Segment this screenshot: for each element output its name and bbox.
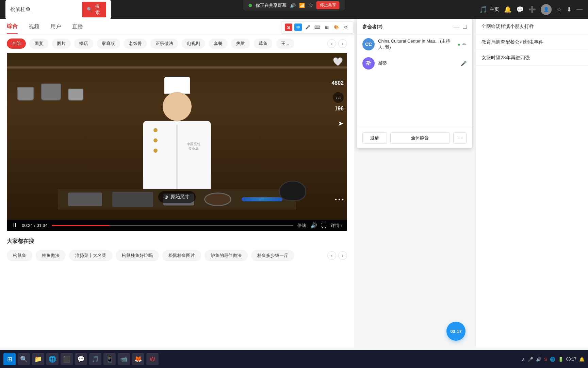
filter-tag-热量[interactable]: 热量 [231, 39, 250, 49]
filter-tag-国宴[interactable]: 国宴 [29, 39, 48, 49]
sogou-table-icon[interactable]: ▦ [323, 24, 330, 31]
taskbar-notification-icon[interactable]: 🔔 [579, 357, 585, 362]
participant-item-cc: CC China Cultural Center in Mau... (主持人,… [357, 35, 472, 54]
taskbar-speaker-icon[interactable]: 🔊 [536, 357, 541, 362]
participant-avatar-斯蒂: 斯 [362, 57, 375, 70]
pause-button[interactable]: ⏸ [12, 222, 18, 229]
tab-视频[interactable]: 视频 [29, 23, 39, 34]
minimize-panel-button[interactable]: — [453, 23, 459, 30]
sogou-mic-icon[interactable]: 🎤 [304, 24, 311, 31]
tab-直播[interactable]: 直播 [72, 23, 83, 34]
mute-all-button[interactable]: 全体静音 [390, 132, 450, 144]
progress-bar[interactable] [52, 225, 293, 226]
more-panel-options-button[interactable]: ··· [453, 132, 467, 144]
chat-icon[interactable]: 💬 [516, 6, 524, 13]
edge-browser-icon[interactable]: 🌐 [46, 353, 59, 365]
taskbar-time: 03:17 [566, 357, 576, 362]
filter-tag-正宗做法[interactable]: 正宗做法 [150, 39, 178, 49]
user-avatar[interactable]: 👤 [541, 4, 552, 15]
participant-cc-pencil-icon[interactable]: ✏ [462, 42, 467, 47]
popular-tag-松鼠桂鱼好吃吗[interactable]: 松鼠桂鱼好吃吗 [116, 250, 159, 261]
detail-button[interactable]: 详情 › [331, 223, 342, 229]
more-actions-button[interactable]: • • • [335, 197, 344, 203]
download-icon[interactable]: ⬇ [567, 6, 572, 13]
tab-用户[interactable]: 用户 [50, 23, 61, 34]
popular-tag-淮扬菜[interactable]: 淮扬菜十大名菜 [69, 250, 112, 261]
popular-next-button[interactable]: › [338, 251, 347, 260]
start-button[interactable]: ⊞ [3, 353, 16, 365]
popular-nav-controls: ‹ › [327, 251, 347, 260]
chinese-input-indicator[interactable]: 中 [294, 24, 302, 31]
filter-next-button[interactable]: › [338, 39, 347, 48]
speed-button[interactable]: 倍速 [297, 223, 306, 229]
popular-tag-桂鱼做法[interactable]: 桂鱼做法 [36, 250, 66, 261]
tiktok-taskbar-icon[interactable]: 🎵 [89, 353, 101, 365]
popular-tag-松鼠桂鱼图片[interactable]: 松鼠桂鱼图片 [162, 250, 201, 261]
search-input[interactable] [10, 6, 79, 12]
restore-panel-button[interactable]: □ [463, 23, 467, 30]
sogou-keyboard-icon[interactable]: ⌨ [313, 24, 321, 31]
home-button[interactable]: 🎵 主页 [479, 5, 499, 14]
search-button[interactable]: 🔍 搜索 [82, 2, 106, 17]
firefox-icon[interactable]: 🦊 [132, 353, 144, 365]
invite-button[interactable]: 邀请 [362, 132, 387, 144]
tab-综合[interactable]: 综合 [7, 23, 18, 34]
taskbar-up-icon[interactable]: ∧ [522, 357, 525, 362]
popular-tag-鲈鱼做法[interactable]: 鲈鱼的最佳做法 [205, 250, 248, 261]
participant-cc-icons: ● ✏ [458, 42, 467, 47]
chef-figure: 中国烹饪专业版 [143, 77, 211, 199]
minimize-icon[interactable]: — [576, 6, 583, 13]
filter-tag-老饭骨[interactable]: 老饭骨 [124, 39, 147, 49]
more-options-overlay-button[interactable]: ··· [333, 92, 344, 103]
filter-tag-王...[interactable]: 王... [276, 39, 294, 49]
filter-tag-电视剧[interactable]: 电视剧 [182, 39, 205, 49]
news-item-1[interactable]: 全网给汤样溅小朋友打样 [476, 19, 588, 34]
filter-tag-套餐[interactable]: 套餐 [209, 39, 228, 49]
sogou-tools-icon[interactable]: ⚙ [342, 24, 349, 31]
popular-prev-button[interactable]: ‹ [327, 251, 336, 260]
popular-tags-container: 松鼠鱼 桂鱼做法 淮扬菜十大名菜 松鼠桂鱼好吃吗 松鼠桂鱼图片 鲈鱼的最佳做法 … [7, 250, 347, 261]
original-size-button[interactable]: ⊕ 原始尺寸 [158, 191, 196, 203]
wechat2-icon[interactable]: 📱 [103, 353, 116, 365]
volume-button[interactable]: 🔊 [310, 222, 317, 229]
popular-tag-松鼠鱼[interactable]: 松鼠鱼 [7, 250, 32, 261]
participant-cc-green-dot: ● [458, 42, 460, 47]
timer-bubble[interactable]: 03:17 [446, 322, 466, 341]
taskbar-network-icon[interactable]: 🌐 [550, 357, 555, 362]
terminal-icon[interactable]: ⬛ [61, 353, 73, 365]
news-item-2[interactable]: 教育局调查配餐公司蛆虫事件 [476, 34, 588, 50]
filter-prev-button[interactable]: ‹ [327, 39, 336, 48]
heart-button[interactable]: 🤍 [333, 57, 343, 66]
video-container: 中国烹饪专业版 🤍 4802 ··· 196 ➤ • [7, 53, 347, 231]
taskbar-mic-icon[interactable]: 🎤 [528, 357, 533, 362]
video-frame[interactable]: 中国烹饪专业版 🤍 4802 ··· 196 ➤ • [7, 53, 347, 220]
shield-icon: 🛡 [308, 3, 313, 8]
star-icon[interactable]: ☆ [556, 6, 562, 13]
stop-share-button[interactable]: 停止共享 [316, 1, 340, 9]
filter-tag-全部[interactable]: 全部 [7, 39, 26, 49]
sogou-skin-icon[interactable]: 🎨 [332, 24, 340, 31]
taskbar-right: ∧ 🎤 🔊 S 🌐 🔋 03:17 🔔 [522, 357, 585, 362]
filter-tag-图片[interactable]: 图片 [52, 39, 71, 49]
filter-tag-探店[interactable]: 探店 [74, 39, 93, 49]
share-button[interactable]: ➤ [338, 119, 344, 127]
taskbar-sogou-icon[interactable]: S [544, 357, 547, 362]
filter-tag-家庭版[interactable]: 家庭版 [97, 39, 120, 49]
search-icon: 🔍 [87, 7, 92, 12]
participant-item-斯蒂: 斯 斯蒂 🎤 [357, 54, 472, 73]
sogou-logo: S [285, 24, 292, 31]
filter-tag-草鱼[interactable]: 草鱼 [254, 39, 273, 49]
add-icon[interactable]: ➕ [528, 6, 536, 13]
popular-tag-桂鱼价格[interactable]: 桂鱼多少钱一斤 [251, 250, 294, 261]
file-explorer-icon[interactable]: 📁 [32, 353, 44, 365]
wps-icon[interactable]: W [146, 353, 159, 365]
taskbar-battery-icon[interactable]: 🔋 [558, 357, 564, 362]
participant-斯蒂-icons: 🎤 [461, 61, 467, 66]
news-item-3[interactable]: 女篮时隔28年再进四强 [476, 50, 588, 66]
bell-icon[interactable]: 🔔 [504, 6, 511, 13]
wechat-icon[interactable]: 💬 [75, 353, 87, 365]
search-taskbar-icon[interactable]: 🔍 [18, 353, 30, 365]
sogou-toolbar: S 中 🎤 ⌨ ▦ 🎨 ⚙ [281, 21, 353, 33]
zoom-icon[interactable]: 📹 [118, 353, 130, 365]
fullscreen-button[interactable]: ⛶ [321, 223, 327, 229]
